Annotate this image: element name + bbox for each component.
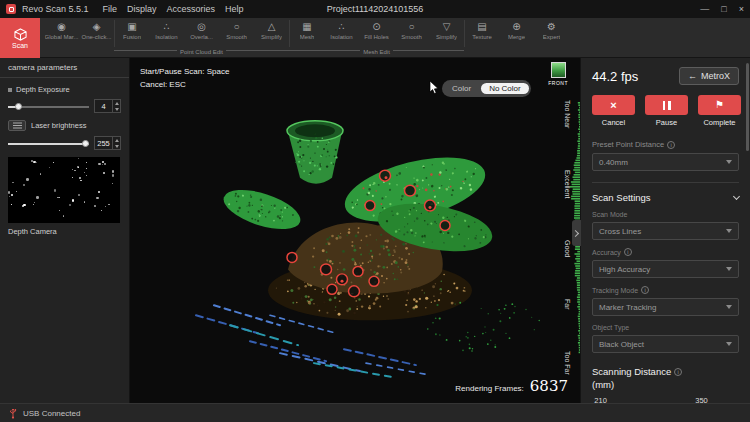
- orientation-cube-icon: [551, 62, 566, 78]
- app-name: Revo Scan 5.5.1: [22, 4, 89, 14]
- isolation-icon: ∴: [163, 20, 169, 34]
- info-icon[interactable]: [624, 248, 632, 256]
- panel-scrollbar[interactable]: [746, 63, 749, 151]
- scan-mode-label: Scan Mode: [592, 211, 627, 218]
- divider: [592, 182, 739, 183]
- scan-actions: × Cancel Pause ⚑ Complete: [592, 95, 739, 127]
- laser-auto-button[interactable]: [8, 120, 26, 131]
- toolbar-button-isolation[interactable]: ∴Isolation: [149, 20, 184, 47]
- scanning-distance-unit: (mm): [592, 379, 739, 390]
- toolbar-button-fill-holes[interactable]: ⊙Fill Holes: [359, 20, 394, 47]
- mesh-smooth-icon: ○: [408, 20, 414, 34]
- depth-camera-label: Depth Camera: [8, 227, 121, 236]
- info-icon[interactable]: [667, 141, 675, 149]
- mesh-simplify-icon: ▽: [443, 20, 451, 34]
- rendering-frames-value: 6837: [530, 377, 568, 395]
- titlebar: Revo Scan 5.5.1 File Display Accessories…: [0, 0, 750, 18]
- mouse-cursor-icon: [429, 81, 440, 95]
- accuracy-dropdown[interactable]: High Accuracy: [592, 260, 739, 278]
- expert-icon: ⚙: [547, 20, 556, 34]
- info-icon[interactable]: [641, 286, 649, 294]
- mesh-isolation-icon: ∴: [338, 20, 344, 34]
- toolbar-button-expert[interactable]: ⚙Expert: [534, 20, 569, 47]
- minimize-icon[interactable]: —: [700, 4, 709, 14]
- scan-hints: Start/Pause Scan: Space Cancel: ESC: [140, 65, 229, 91]
- fill-holes-icon: ⊙: [372, 20, 380, 34]
- toolbar-button-mesh-simplify[interactable]: ▽Simplify: [429, 20, 464, 47]
- tracking-mode-label: Tracking Mode: [592, 287, 638, 294]
- hint-start-pause: Start/Pause Scan: Space: [140, 65, 229, 78]
- laser-brightness-stepper[interactable]: 255: [94, 136, 121, 150]
- toolbar-button-overlap[interactable]: ◎Overla...: [184, 20, 219, 47]
- camera-parameters-title: camera parameters: [0, 58, 129, 78]
- toolbar-button-simplify[interactable]: △Simplify: [254, 20, 289, 47]
- texture-icon: ▤: [477, 20, 486, 34]
- chevron-down-icon: [726, 305, 732, 309]
- depth-camera-preview: [8, 157, 120, 223]
- cancel-label: Cancel: [602, 118, 625, 127]
- menu-display[interactable]: Display: [127, 4, 157, 14]
- tracking-mode-dropdown[interactable]: Marker Tracking: [592, 298, 739, 316]
- color-toggle: Color No Color: [442, 80, 531, 97]
- laser-brightness-slider[interactable]: [8, 138, 89, 148]
- complete-button[interactable]: ⚑: [698, 95, 741, 115]
- view-orientation-indicator[interactable]: FRONT: [548, 62, 568, 86]
- chevron-down-icon: [726, 229, 732, 233]
- flag-icon: ⚑: [715, 100, 724, 110]
- menu-help[interactable]: Help: [225, 4, 244, 14]
- smooth-icon: ○: [233, 20, 239, 34]
- preset-point-distance-label: Preset Point Distance: [592, 140, 664, 149]
- object-type-dropdown[interactable]: Black Object: [592, 335, 739, 353]
- menu-accessories[interactable]: Accessories: [167, 4, 216, 14]
- scan-tab[interactable]: Scan: [0, 18, 40, 58]
- toolbar-button-smooth[interactable]: ○Smooth: [219, 20, 254, 47]
- rendering-frames-label: Rendering Frames:: [455, 384, 523, 393]
- menu-file[interactable]: File: [103, 4, 118, 14]
- mesh-icon: ▦: [302, 20, 311, 34]
- one-click-icon: ◈: [93, 20, 101, 34]
- app-logo-icon: [6, 4, 16, 14]
- toolbar-button-mesh-smooth[interactable]: ○Smooth: [394, 20, 429, 47]
- depth-exposure-slider[interactable]: [8, 101, 89, 111]
- pause-button[interactable]: [645, 95, 688, 115]
- toolbar-button-mesh[interactable]: ▦Mesh: [289, 20, 324, 47]
- color-option[interactable]: Color: [444, 83, 479, 94]
- toolbar-button-global-markers[interactable]: ◉Global Mar...: [44, 20, 79, 47]
- toolbar-button-one-click[interactable]: ◈One-click...: [79, 20, 114, 47]
- close-icon[interactable]: ×: [739, 4, 744, 14]
- depth-exposure-stepper[interactable]: 4: [94, 99, 121, 113]
- depth-exposure-label: Depth Exposure: [16, 85, 70, 94]
- scan-3d-view[interactable]: [130, 58, 580, 403]
- maximize-icon[interactable]: □: [721, 4, 726, 14]
- toolbar-button-texture[interactable]: ▤Texture: [464, 20, 499, 47]
- toolbar-button-fusion[interactable]: ▣Fusion: [114, 20, 149, 47]
- usb-icon: [8, 407, 18, 419]
- laser-brightness-slider-handle[interactable]: [82, 140, 89, 147]
- hint-cancel: Cancel: ESC: [140, 78, 229, 91]
- metrox-button[interactable]: MetroX: [679, 67, 739, 85]
- stepper-down-icon[interactable]: [113, 106, 120, 112]
- statusbar: USB Connected: [0, 403, 750, 422]
- cancel-button[interactable]: ×: [592, 95, 635, 115]
- group-label-point-cloud-edit: Point Cloud Edit: [114, 47, 289, 57]
- usb-status: USB Connected: [23, 409, 80, 418]
- window-controls: — □ ×: [700, 4, 744, 14]
- chevron-down-icon[interactable]: [733, 192, 740, 199]
- menubar: File Display Accessories Help: [103, 4, 244, 14]
- depth-exposure-slider-handle[interactable]: [15, 103, 22, 110]
- pause-icon: [663, 101, 666, 110]
- no-color-option[interactable]: No Color: [481, 83, 529, 94]
- toolbar-button-mesh-isolation[interactable]: ∴Isolation: [324, 20, 359, 47]
- scan-control-panel: 44.2 fps MetroX × Cancel Pause ⚑ Complet…: [580, 58, 750, 403]
- preset-point-distance-dropdown[interactable]: 0.40mm: [592, 153, 739, 171]
- stepper-down-icon[interactable]: [113, 143, 120, 149]
- complete-label: Complete: [703, 118, 735, 127]
- info-icon[interactable]: [674, 368, 682, 376]
- camera-parameters-panel: camera parameters Depth Exposure 4 Laser…: [0, 58, 130, 403]
- scan-mode-dropdown[interactable]: Cross Lines: [592, 222, 739, 240]
- toolbar: Scan ◉Global Mar... ◈One-click... ▣Fusio…: [0, 18, 750, 58]
- panel-collapse-handle[interactable]: [572, 220, 581, 246]
- accuracy-label: Accuracy: [592, 249, 621, 256]
- toolbar-button-merge[interactable]: ⊕Merge: [499, 20, 534, 47]
- scan-viewport[interactable]: Start/Pause Scan: Space Cancel: ESC Colo…: [130, 58, 580, 403]
